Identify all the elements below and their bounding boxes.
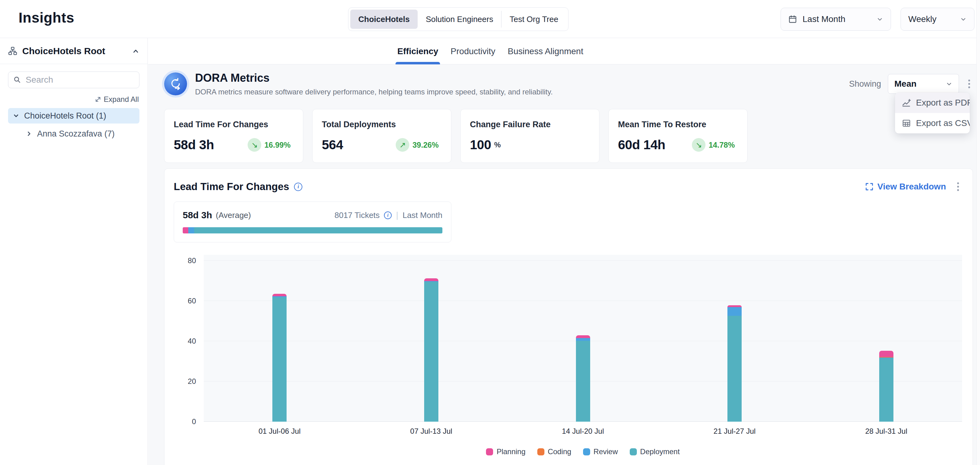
org-tab-test-org-tree[interactable]: Test Org Tree: [501, 10, 566, 29]
tree-item-label: ChoiceHotels Root (1): [24, 111, 107, 121]
trend-down-icon: ↘: [692, 138, 705, 152]
main-area: Efficiency Productivity Business Alignme…: [148, 38, 980, 465]
showing-group: Showing Mean: [849, 74, 972, 94]
search-input[interactable]: [25, 75, 128, 85]
summary-top: 58d 3h (Average) 8017 Tickets | Last Mon…: [183, 210, 442, 221]
vertical-scrollbar[interactable]: [976, 0, 980, 465]
period-select[interactable]: Last Month: [781, 8, 891, 30]
org-tab-choicehotels[interactable]: ChoiceHotels: [350, 10, 418, 29]
tab-efficiency[interactable]: Efficiency: [397, 38, 438, 64]
dora-title: DORA Metrics: [195, 72, 553, 85]
tabs: Efficiency Productivity Business Alignme…: [397, 38, 583, 64]
calendar-icon: [788, 15, 797, 24]
bar-segment: [576, 341, 590, 422]
y-tick-label: 80: [174, 256, 196, 265]
y-tick-label: 60: [174, 297, 196, 305]
info-icon[interactable]: [384, 211, 392, 219]
x-tick-label: 14 Jul-20 Jul: [537, 427, 629, 436]
metric-value-suffix: %: [494, 141, 501, 149]
stacked-bar[interactable]: [576, 335, 590, 422]
legend-swatch: [486, 448, 493, 455]
bar-segment: [424, 278, 438, 281]
sidebar-search[interactable]: [8, 72, 139, 88]
stacked-bar[interactable]: [879, 351, 893, 422]
separator: |: [396, 210, 398, 220]
sidebar-root-label: ChoiceHotels Root: [22, 46, 105, 56]
legend-item[interactable]: Review: [583, 447, 618, 456]
metric-delta: ↗ 39.26%: [396, 138, 439, 152]
average-summary-card: 58d 3h (Average) 8017 Tickets | Last Mon…: [174, 201, 451, 243]
legend-swatch: [630, 448, 637, 455]
y-axis-labels: 020406080: [174, 255, 196, 422]
org-tab-label: Test Org Tree: [509, 14, 558, 24]
org-tab-label: ChoiceHotels: [358, 14, 410, 24]
legend-item[interactable]: Planning: [486, 447, 525, 456]
y-tick-label: 40: [174, 337, 196, 345]
info-icon[interactable]: [294, 183, 302, 191]
tab-productivity[interactable]: Productivity: [451, 38, 496, 64]
metric-title: Change Failure Rate: [470, 120, 587, 129]
org-tab-solution-engineers[interactable]: Solution Engineers: [418, 10, 501, 29]
granularity-select[interactable]: Weekly: [900, 8, 974, 30]
period-select-value: Last Month: [803, 14, 846, 24]
bar-segment: [727, 307, 741, 316]
metric-title: Mean Time To Restore: [618, 120, 735, 129]
phase-segment-planning: [183, 227, 188, 233]
org-chart-icon: [8, 46, 18, 56]
phase-segment-deployment: [194, 227, 442, 233]
x-axis-labels: 01 Jul-06 Jul07 Jul-13 Jul14 Jul-20 Jul2…: [174, 427, 962, 439]
metric-card-change-failure-rate[interactable]: Change Failure Rate 100 %: [460, 109, 600, 163]
summary-value: 58d 3h: [183, 210, 212, 221]
export-menu: Export as PDF Export as CSV: [895, 93, 970, 133]
tab-business-alignment[interactable]: Business Alignment: [508, 38, 583, 64]
chart-kebab-menu-button[interactable]: [955, 180, 961, 193]
bar-segment: [272, 297, 286, 422]
metric-value: 58d 3h: [174, 137, 214, 152]
aggregation-select[interactable]: Mean: [888, 74, 959, 94]
granularity-select-value: Weekly: [908, 14, 936, 24]
metric-card-mean-time-to-restore[interactable]: Mean Time To Restore 60d 14h ↘ 14.78%: [608, 109, 748, 163]
metric-card-lead-time[interactable]: Lead Time For Changes 58d 3h ↘ 16.99%: [164, 109, 303, 163]
phase-bar: [183, 227, 442, 233]
chevron-down-icon: [877, 16, 883, 22]
chart-card-header: Lead Time For Changes View Breakdown: [174, 180, 961, 193]
tree-item-root[interactable]: ChoiceHotels Root (1): [8, 108, 139, 123]
summary-qualifier: (Average): [216, 211, 251, 220]
view-breakdown-button[interactable]: View Breakdown: [865, 182, 946, 192]
legend-label: Review: [593, 447, 618, 456]
stacked-bar[interactable]: [272, 294, 286, 422]
section-title-group: Lead Time For Changes: [174, 181, 302, 193]
metric-delta: ↘ 16.99%: [248, 138, 291, 152]
gridline: [204, 300, 962, 301]
legend-swatch: [537, 448, 544, 455]
x-tick-label: 07 Jul-13 Jul: [385, 427, 477, 436]
stacked-bar[interactable]: [424, 278, 438, 422]
legend-item[interactable]: Deployment: [630, 447, 680, 456]
active-tab-underline: [395, 62, 440, 64]
stacked-bar[interactable]: [727, 305, 741, 422]
trend-up-icon: ↗: [396, 138, 409, 152]
legend-item[interactable]: Coding: [537, 447, 571, 456]
metric-delta: ↘ 14.78%: [692, 138, 735, 152]
expand-all-button[interactable]: Expand All: [0, 95, 139, 104]
dora-header: DORA Metrics DORA metrics measure softwa…: [164, 70, 972, 97]
dora-description: DORA metrics measure software delivery p…: [195, 88, 553, 96]
metric-card-total-deployments[interactable]: Total Deployments 564 ↗ 39.26%: [312, 109, 451, 163]
export-csv-menu-item[interactable]: Export as CSV: [895, 113, 970, 133]
legend-label: Planning: [496, 447, 525, 456]
tree-item-label: Anna Scozzafava (7): [37, 129, 115, 139]
legend-label: Coding: [548, 447, 571, 456]
org-segmented-control: ChoiceHotels Solution Engineers Test Org…: [348, 8, 568, 31]
sidebar-collapse-button[interactable]: [132, 47, 139, 55]
export-pdf-menu-item[interactable]: Export as PDF: [895, 93, 970, 113]
tree-item-anna[interactable]: Anna Scozzafava (7): [21, 126, 139, 142]
expand-all-label: Expand All: [104, 95, 139, 104]
metric-value: 564: [322, 137, 343, 152]
chart-line-icon: [902, 98, 911, 107]
phase-segment-review: [188, 227, 194, 233]
showing-label: Showing: [849, 79, 881, 89]
bar-segment: [576, 335, 590, 338]
tab-label: Productivity: [451, 46, 496, 56]
dora-kebab-menu-button[interactable]: [966, 77, 972, 91]
delta-value: 14.78%: [709, 141, 735, 150]
